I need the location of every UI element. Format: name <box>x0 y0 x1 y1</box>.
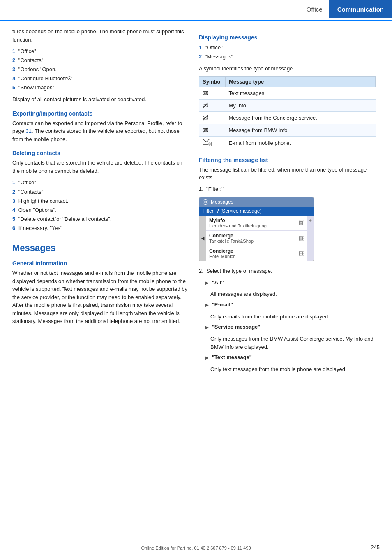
sub-list-item: ▶ "Service message" <box>205 323 376 332</box>
mockup-row-icon: 🖼 <box>298 251 304 257</box>
list-item: 1."Office" <box>12 47 189 56</box>
message-type-cell: My Info <box>225 99 375 111</box>
mockup-row: MyInfo Hemden- und Textilreinigung 🖼 <box>206 216 307 231</box>
symbol-cell: ✉̸ <box>199 111 226 124</box>
table-row: ✉ Text messages. <box>199 87 376 99</box>
mockup-nav-left: ◀ <box>199 216 206 261</box>
sub-list-item: ▶ "All" <box>205 278 376 287</box>
header-office-label: Office <box>300 2 329 16</box>
right-column: Displaying messages 1."Office" 2."Messag… <box>199 28 376 376</box>
export-heading: Exporting/importing contacts <box>12 110 189 117</box>
triangle-icon: ▶ <box>205 355 209 360</box>
list-item: 6.If necessary. "Yes" <box>12 224 189 233</box>
filter-sub-list: ▶ "Text message" <box>199 353 376 362</box>
list-item: 3."Options" Open. <box>12 65 189 74</box>
filter-sub-list: ▶ "Service message" <box>199 323 376 332</box>
table-row: E-mail from mobile phone. <box>199 136 376 150</box>
list-item: 2."Contacts" <box>12 56 189 65</box>
table-row: ✉̸ My Info <box>199 99 376 111</box>
messages-title: Messages <box>12 243 189 253</box>
svg-point-5 <box>209 145 210 146</box>
general-heading: General information <box>12 260 189 267</box>
export-text: Contacts can be exported and imported vi… <box>12 119 189 144</box>
list-item: 1."Office" <box>199 43 376 52</box>
filter-sub-list: ▶ "E-mail" <box>199 301 376 309</box>
svg-line-1 <box>203 139 206 142</box>
displaying-heading: Displaying messages <box>199 34 376 41</box>
page-content: tures depends on the mobile phone. The m… <box>0 21 392 376</box>
email-description: Only e-mails from the mobile phone are d… <box>199 313 376 321</box>
filter-mockup: ✉ Messages Filter: ? (Service message) ◀… <box>199 197 314 261</box>
message-type-cell: Text messages. <box>225 87 375 99</box>
list-item: 5."Delete contact"or "Delete all contact… <box>12 215 189 224</box>
activated-text: Display of all contact pictures is activ… <box>12 95 189 104</box>
page-link[interactable]: 31 <box>26 128 32 134</box>
list-item: 3.Highlight the contact. <box>12 197 189 206</box>
messages-icon: ✉ <box>203 199 208 205</box>
mockup-filter-bar: Filter: ? (Service message) <box>199 207 314 216</box>
mockup-row-icon: 🖼 <box>298 220 304 226</box>
list-item: 2."Contacts" <box>12 188 189 197</box>
svg-text:✉: ✉ <box>204 200 207 204</box>
page-footer: Online Edition for Part no. 01 40 2 607 … <box>0 542 392 550</box>
symbol-cell <box>199 136 226 150</box>
delete-list: 1."Office" 2."Contacts" 3.Highlight the … <box>12 178 189 233</box>
mockup-title: ✉ Messages <box>199 197 314 207</box>
email-phone-icon <box>203 139 212 146</box>
page-header: Office Communication <box>0 0 392 21</box>
message-type-cell: Message from the Concierge service. <box>225 111 375 124</box>
intro-text: tures depends on the mobile phone. The m… <box>12 28 189 44</box>
service-message-description: Only messages from the BMW Assist Concie… <box>199 335 376 351</box>
left-column: tures depends on the mobile phone. The m… <box>12 28 189 376</box>
footer-text: Online Edition for Part no. 01 40 2 607 … <box>141 545 251 550</box>
mockup-row: Concierge Hotel Munich 🖼 <box>206 246 307 261</box>
message-type-col-header: Message type <box>225 76 375 87</box>
symbol-intro: A symbol identifies the type of message. <box>199 65 376 73</box>
filter-step2: 2. Select the type of message. <box>199 267 376 275</box>
symbol-cell: ✉ <box>199 87 226 99</box>
table-row: ✉̸ Message from BMW Info. <box>199 124 376 136</box>
symbol-cell: ✉̸ <box>199 99 226 111</box>
header-communication-label: Communication <box>329 0 392 18</box>
list-item: 1."Office" <box>12 178 189 187</box>
filtering-text: The message list can be filtered, when m… <box>199 166 376 182</box>
mockup-row: Concierge Tankstelle Tank&Shop 🖼 <box>206 231 307 246</box>
delete-text: Only contacts that are stored in the veh… <box>12 159 189 175</box>
symbol-col-header: Symbol <box>199 76 226 87</box>
message-type-cell: E-mail from mobile phone. <box>225 136 375 150</box>
all-description: All messages are displayed. <box>199 290 376 298</box>
sub-list-item: ▶ "Text message" <box>205 353 376 362</box>
filter-sub-list: ▶ "All" <box>199 278 376 287</box>
mockup-nav-right: + <box>307 216 314 261</box>
sub-list-item: ▶ "E-mail" <box>205 301 376 309</box>
list-item: 5."Show images" <box>12 83 189 92</box>
triangle-icon: ▶ <box>205 325 209 330</box>
list-item: 4."Configure Bluetooth®" <box>12 74 189 83</box>
displaying-list: 1."Office" 2."Messages" <box>199 43 376 61</box>
svg-line-2 <box>206 139 210 142</box>
general-text: Whether or not text messages and e-mails… <box>12 269 189 325</box>
mockup-title-label: Messages <box>211 199 233 205</box>
text-message-description: Only text messages from the mobile phone… <box>199 365 376 374</box>
mockup-rows: MyInfo Hemden- und Textilreinigung 🖼 Con… <box>206 216 307 261</box>
table-row: ✉̸ Message from the Concierge service. <box>199 111 376 124</box>
list-item: 2."Messages" <box>199 52 376 61</box>
symbol-table: Symbol Message type ✉ Text messages. ✉̸ … <box>199 76 376 150</box>
svg-rect-4 <box>209 143 210 145</box>
mockup-row-icon: 🖼 <box>298 235 304 241</box>
message-type-cell: Message from BMW Info. <box>225 124 375 136</box>
intro-list: 1."Office" 2."Contacts" 3."Options" Open… <box>12 47 189 92</box>
filter-step1: 1. "Filter:" <box>199 185 376 193</box>
delete-heading: Deleting contacts <box>12 150 189 156</box>
list-item: 4.Open "Options". <box>12 206 189 215</box>
page-number: 245 <box>371 544 380 550</box>
symbol-cell: ✉̸ <box>199 124 226 136</box>
triangle-icon: ▶ <box>205 303 209 307</box>
triangle-icon: ▶ <box>205 281 209 285</box>
filtering-heading: Filtering the message list <box>199 157 376 163</box>
